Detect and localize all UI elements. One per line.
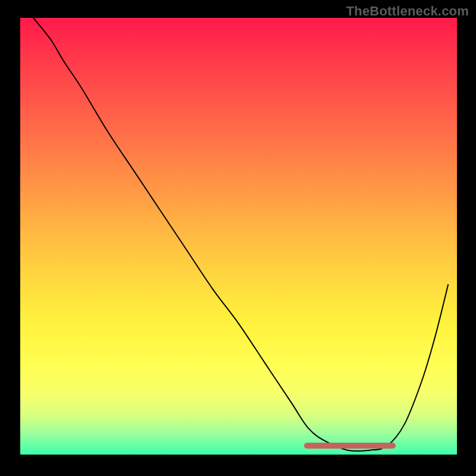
valley-optimal-band — [304, 443, 396, 449]
curve-svg — [20, 18, 457, 455]
curve-layer — [20, 18, 457, 455]
bottleneck-curve — [33, 18, 448, 451]
plot-area — [20, 18, 457, 455]
frame: TheBottleneck.com — [0, 0, 476, 476]
watermark-text: TheBottleneck.com — [346, 4, 469, 19]
